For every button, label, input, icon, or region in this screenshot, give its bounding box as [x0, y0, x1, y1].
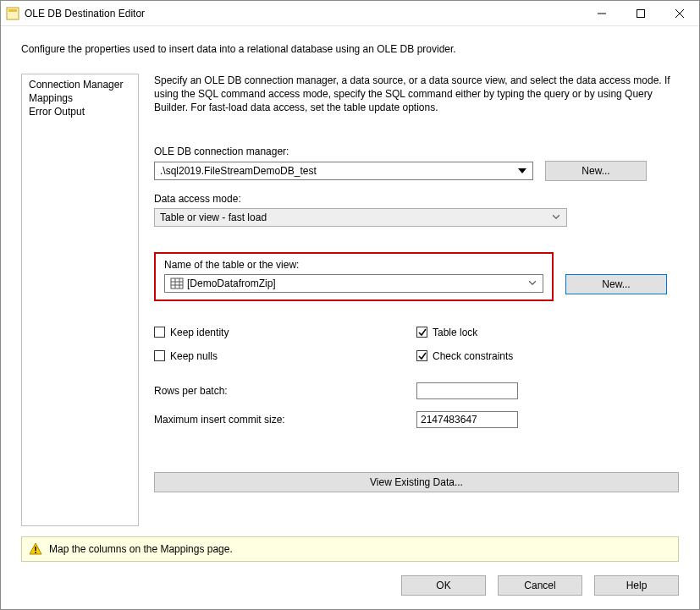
titlebar: OLE DB Destination Editor: [1, 1, 699, 26]
intro-text: Specify an OLE DB connection manager, a …: [154, 74, 679, 115]
keep-identity-checkbox[interactable]: Keep identity: [154, 327, 416, 338]
conn-new-label: New...: [581, 165, 609, 177]
warning-text: Map the columns on the Mappings page.: [49, 543, 233, 555]
nav-item-error-output[interactable]: Error Output: [22, 105, 138, 118]
table-name-value: [DemoDatafromZip]: [187, 278, 526, 289]
window-title: OLE DB Destination Editor: [25, 8, 582, 19]
svg-rect-3: [637, 9, 645, 17]
nav-item-connection-manager[interactable]: Connection Manager: [22, 78, 138, 91]
svg-point-14: [35, 552, 36, 553]
access-mode-value: Table or view - fast load: [160, 212, 549, 223]
help-button[interactable]: Help: [594, 575, 679, 596]
table-name-combo[interactable]: [DemoDatafromZip]: [164, 274, 543, 293]
chevron-down-icon: [549, 209, 563, 226]
conn-manager-value: .\sql2019.FileStreamDemoDB_test: [160, 165, 515, 177]
table-new-button[interactable]: New...: [565, 274, 667, 294]
minimize-button[interactable]: [582, 1, 621, 25]
svg-marker-6: [518, 168, 526, 173]
dialog-description: Configure the properties used to insert …: [1, 26, 699, 65]
keep-nulls-checkbox[interactable]: Keep nulls: [154, 350, 416, 362]
conn-manager-label: OLE DB connection manager:: [154, 146, 679, 157]
svg-rect-7: [171, 278, 183, 289]
ok-button[interactable]: OK: [401, 575, 486, 596]
cancel-button[interactable]: Cancel: [498, 575, 582, 596]
table-lock-label: Table lock: [433, 327, 477, 338]
dialog-footer: OK Cancel Help: [1, 570, 699, 609]
table-icon: [170, 277, 184, 290]
cancel-label: Cancel: [524, 580, 555, 591]
svg-rect-1: [8, 9, 17, 12]
warning-strip: Map the columns on the Mappings page.: [21, 536, 679, 562]
table-new-label: New...: [602, 278, 630, 290]
chevron-down-icon: [515, 162, 529, 179]
rows-per-batch-label: Rows per batch:: [154, 385, 416, 397]
view-existing-data-label: View Existing Data...: [370, 476, 463, 488]
maximize-button[interactable]: [621, 1, 660, 25]
table-name-highlight: Name of the table or the view: [DemoData…: [154, 252, 554, 301]
keep-identity-label: Keep identity: [170, 327, 229, 338]
checkbox-checked-icon: [416, 350, 427, 361]
checkbox-checked-icon: [416, 327, 427, 338]
chevron-down-icon: [526, 275, 539, 292]
nav-item-mappings[interactable]: Mappings: [22, 91, 138, 105]
conn-new-button[interactable]: New...: [545, 161, 647, 181]
help-label: Help: [626, 580, 648, 591]
commit-size-label: Maximum insert commit size:: [154, 414, 416, 426]
warning-icon: [29, 542, 42, 556]
rows-per-batch-input[interactable]: [416, 382, 518, 399]
app-icon: [6, 7, 19, 20]
close-button[interactable]: [660, 1, 699, 25]
ok-label: OK: [436, 580, 450, 591]
table-lock-checkbox[interactable]: Table lock: [416, 327, 679, 338]
checkbox-icon: [154, 327, 165, 338]
conn-manager-combo[interactable]: .\sql2019.FileStreamDemoDB_test: [154, 162, 533, 180]
checkbox-icon: [154, 350, 165, 361]
check-constraints-label: Check constraints: [433, 350, 513, 362]
table-name-label: Name of the table or the view:: [164, 259, 543, 271]
check-constraints-checkbox[interactable]: Check constraints: [416, 350, 679, 362]
page-nav: Connection Manager Mappings Error Output: [21, 74, 139, 526]
keep-nulls-label: Keep nulls: [170, 350, 218, 362]
view-existing-data-button[interactable]: View Existing Data...: [154, 472, 679, 492]
access-mode-label: Data access mode:: [154, 193, 679, 205]
commit-size-input[interactable]: [416, 411, 518, 428]
access-mode-combo[interactable]: Table or view - fast load: [154, 208, 567, 227]
